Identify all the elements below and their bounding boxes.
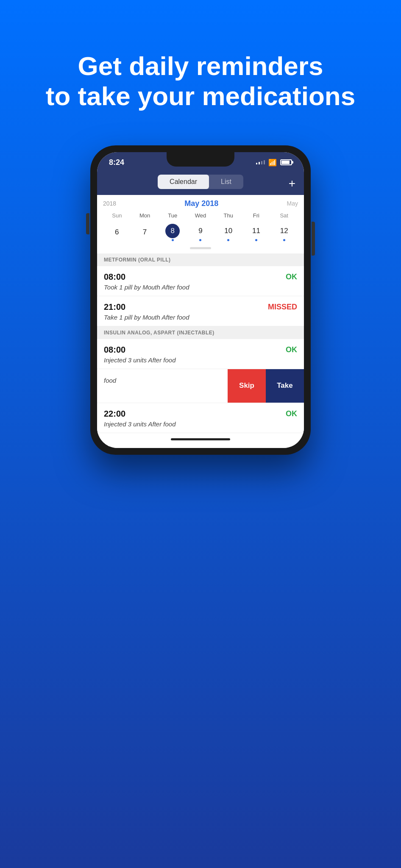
med-description: Take 1 pill by Mouth After food xyxy=(104,314,297,321)
day-tue: Tue xyxy=(159,211,187,220)
status-icons: 📶 xyxy=(256,159,292,167)
day-mon: Mon xyxy=(131,211,159,220)
med-entry-row: 21:00 MISSED xyxy=(104,302,297,312)
day-fri: Fri xyxy=(242,211,270,220)
home-indicator xyxy=(97,433,304,448)
notch xyxy=(167,152,234,167)
status-missed-badge: MISSED xyxy=(268,303,297,312)
calendar-dates-row: 6 7 8 9 10 xyxy=(103,222,298,245)
day-thu: Thu xyxy=(214,211,242,220)
calendar-section: 2018 May 2018 May Sun Mon Tue Wed Thu Fr… xyxy=(97,195,304,253)
status-bar: 8:24 📶 xyxy=(97,152,304,170)
swipe-actions: Skip Take xyxy=(228,369,304,403)
cal-date-9[interactable]: 9 xyxy=(187,222,214,245)
med-time: 22:00 xyxy=(104,409,125,419)
med-entry-insulin-swipe[interactable]: food Skip Take xyxy=(97,369,304,403)
med-entry-insulin-0800[interactable]: 08:00 OK Injected 3 units After food xyxy=(97,339,304,369)
calendar-month-row: 2018 May 2018 May xyxy=(103,199,298,208)
med-entry-metformin-2100[interactable]: 21:00 MISSED Take 1 pill by Mouth After … xyxy=(97,296,304,326)
day-wed: Wed xyxy=(187,211,214,220)
cal-date-6[interactable]: 6 xyxy=(103,223,131,243)
take-button[interactable]: Take xyxy=(266,369,304,403)
segment-control: Calendar List xyxy=(158,175,243,189)
med-time: 21:00 xyxy=(104,302,125,312)
calendar-month: May 2018 xyxy=(116,199,287,208)
calendar-days-header: Sun Mon Tue Wed Thu Fri Sat xyxy=(103,211,298,220)
day-sun: Sun xyxy=(103,211,131,220)
status-ok-badge: OK xyxy=(286,345,297,354)
status-ok-badge: OK xyxy=(286,409,297,418)
med-time: 08:00 xyxy=(104,345,125,355)
home-bar xyxy=(171,438,230,440)
calendar-year-left: 2018 xyxy=(103,200,116,207)
med-entry-row: 08:00 OK xyxy=(104,345,297,355)
add-button[interactable]: + xyxy=(289,178,295,189)
status-time: 8:24 xyxy=(109,158,124,167)
phone-mockup: 8:24 📶 Calendar xyxy=(90,145,311,455)
day-sat: Sat xyxy=(270,211,298,220)
tab-calendar[interactable]: Calendar xyxy=(158,175,209,189)
wifi-icon: 📶 xyxy=(268,159,277,167)
battery-icon xyxy=(280,159,292,165)
status-ok-badge: OK xyxy=(286,273,297,281)
headline-line2: to take your medications xyxy=(46,81,355,111)
med-entry-row: 08:00 OK xyxy=(104,272,297,282)
phone-shell: 8:24 📶 Calendar xyxy=(90,145,311,455)
cal-date-10[interactable]: 10 xyxy=(214,222,242,245)
signal-icon xyxy=(256,160,265,164)
calendar-drag-handle[interactable] xyxy=(190,247,211,249)
cal-date-8[interactable]: 8 xyxy=(159,222,187,245)
med-time: 08:00 xyxy=(104,272,125,282)
med-description: Injected 3 units After food xyxy=(104,356,297,364)
med-description: Injected 3 units After food xyxy=(104,420,297,428)
med-entry-metformin-0800[interactable]: 08:00 OK Took 1 pill by Mouth After food xyxy=(97,266,304,296)
phone-screen: 8:24 📶 Calendar xyxy=(97,152,304,448)
cal-date-12[interactable]: 12 xyxy=(270,222,298,245)
nav-bar: Calendar List + xyxy=(97,170,304,195)
cal-date-11[interactable]: 11 xyxy=(242,222,270,245)
headline-line1: Get daily reminders xyxy=(78,51,323,81)
calendar-month-right: May xyxy=(287,200,298,207)
tab-list[interactable]: List xyxy=(209,175,243,189)
med-entry-insulin-2200[interactable]: 22:00 OK Injected 3 units After food xyxy=(97,403,304,433)
cal-date-7[interactable]: 7 xyxy=(131,223,159,243)
med-section-metformin: METFORMIN (ORAL PILL) xyxy=(97,253,304,266)
med-section-insulin: INSULIN ANALOG, ASPART (INJECTABLE) xyxy=(97,326,304,339)
headline-text: Get daily reminders to take your medicat… xyxy=(20,51,381,111)
skip-button[interactable]: Skip xyxy=(228,369,266,403)
med-description: Took 1 pill by Mouth After food xyxy=(104,284,297,291)
med-entry-row: 22:00 OK xyxy=(104,409,297,419)
